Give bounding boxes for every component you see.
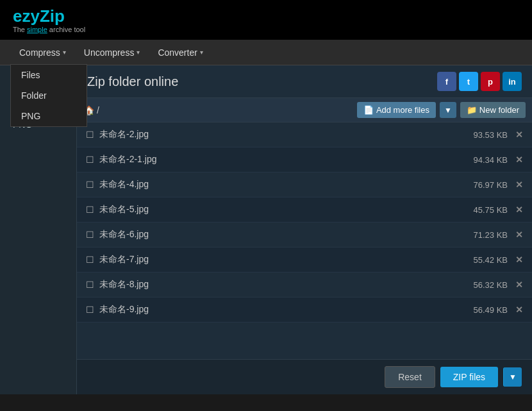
menu-item-png[interactable]: PNG [11, 106, 87, 126]
reset-button[interactable]: Reset [385, 366, 435, 388]
file-label: 未命名-2-1.jpg [99, 154, 156, 165]
file-meta: 93.53 KB ✕ [474, 130, 524, 140]
file-meta: 55.42 KB ✕ [474, 255, 524, 265]
file-icon: ☐ [86, 230, 94, 240]
file-name: ☐ 未命名-2.jpg [86, 129, 149, 140]
table-row: ☐ 未命名-2.jpg 93.53 KB ✕ [77, 122, 532, 147]
file-toolbar: 🏠 / 📄 Add more files ▼ 📁 New folder [77, 98, 532, 122]
remove-file-button[interactable]: ✕ [515, 280, 523, 290]
file-label: 未命名-2.jpg [99, 129, 149, 140]
chevron-down-icon: ▾ [137, 49, 140, 56]
file-size: 71.23 KB [474, 230, 508, 240]
file-icon: ☐ [86, 280, 94, 290]
file-icon: ☐ [86, 180, 94, 190]
add-files-dropdown-button[interactable]: ▼ [440, 102, 456, 118]
file-label: 未命名-6.jpg [99, 229, 149, 240]
logo: ezyZip [13, 8, 85, 24]
file-meta: 56.32 KB ✕ [474, 280, 524, 290]
menu-item-folder[interactable]: Folder [11, 85, 87, 106]
chevron-down-icon: ▾ [63, 49, 66, 56]
tagline: The simple archive tool [13, 26, 85, 33]
remove-file-button[interactable]: ✕ [515, 305, 523, 315]
file-label: 未命名-7.jpg [99, 254, 149, 265]
folder-icon: 📁 [467, 105, 477, 115]
logo-plain: ezy [13, 6, 40, 26]
file-icon: ☐ [86, 155, 94, 165]
menu-item-files[interactable]: Files [11, 65, 87, 85]
file-label: 未命名-5.jpg [99, 204, 149, 215]
remove-file-button[interactable]: ✕ [515, 130, 523, 140]
file-size: 76.97 KB [474, 180, 508, 190]
remove-file-button[interactable]: ✕ [515, 180, 523, 190]
file-icon: ☐ [86, 205, 94, 215]
new-folder-button[interactable]: 📁 New folder [460, 102, 526, 118]
file-name: ☐ 未命名-8.jpg [86, 279, 149, 290]
navbar: Compress ▾ Files Folder PNG Uncompress ▾… [0, 40, 532, 65]
page-title: Zip folder online [87, 74, 178, 89]
file-label: 未命名-8.jpg [99, 279, 149, 290]
social-linkedin-button[interactable]: in [503, 72, 522, 91]
main-panel: Zip folder online f t p in 🏠 / 📄 Add mor… [77, 65, 532, 394]
file-size: 94.34 KB [474, 155, 508, 165]
file-icon: ☐ [86, 130, 94, 140]
zip-files-dropdown-button[interactable]: ▼ [503, 367, 522, 387]
add-more-files-button[interactable]: 📄 Add more files [357, 102, 436, 118]
social-facebook-button[interactable]: f [437, 72, 456, 91]
logo-accent: Zip [40, 6, 65, 26]
page-title-bar: Zip folder online f t p in [77, 65, 532, 98]
table-row: ☐ 未命名-6.jpg 71.23 KB ✕ [77, 222, 532, 247]
nav-compress[interactable]: Compress ▾ [10, 41, 75, 64]
file-size: 56.32 KB [474, 280, 508, 290]
file-name: ☐ 未命名-4.jpg [86, 179, 149, 190]
nav-compress-dropdown[interactable]: Compress ▾ Files Folder PNG [10, 41, 75, 64]
toolbar-buttons: 📄 Add more files ▼ 📁 New folder [357, 102, 526, 118]
remove-file-button[interactable]: ✕ [515, 230, 523, 240]
chevron-down-icon: ▾ [200, 49, 203, 56]
social-icons: f t p in [437, 72, 522, 91]
file-meta: 56.49 KB ✕ [474, 305, 524, 315]
file-size: 56.49 KB [474, 305, 508, 315]
file-label: 未命名-9.jpg [99, 304, 149, 315]
remove-file-button[interactable]: ✕ [515, 255, 523, 265]
file-name: ☐ 未命名-5.jpg [86, 204, 149, 215]
file-name: ☐ 未命名-6.jpg [86, 229, 149, 240]
file-size: 55.42 KB [474, 255, 508, 265]
file-name: ☐ 未命名-9.jpg [86, 304, 149, 315]
path-separator: / [97, 105, 99, 115]
file-list: ☐ 未命名-2.jpg 93.53 KB ✕ ☐ 未命名-2-1.jpg 94.… [77, 122, 532, 359]
social-pinterest-button[interactable]: p [481, 72, 500, 91]
table-row: ☐ 未命名-9.jpg 56.49 KB ✕ [77, 298, 532, 323]
bottom-bar: Reset ZIP files ▼ [77, 359, 532, 394]
file-icon: ☐ [86, 305, 94, 315]
nav-converter[interactable]: Converter ▾ [149, 40, 212, 65]
file-label: 未命名-4.jpg [99, 179, 149, 190]
file-name: ☐ 未命名-7.jpg [86, 254, 149, 265]
file-size: 93.53 KB [474, 130, 508, 140]
table-row: ☐ 未命名-8.jpg 56.32 KB ✕ [77, 273, 532, 298]
file-name: ☐ 未命名-2-1.jpg [86, 154, 156, 165]
social-twitter-button[interactable]: t [459, 72, 478, 91]
header: ezyZip The simple archive tool [0, 0, 532, 40]
table-row: ☐ 未命名-4.jpg 76.97 KB ✕ [77, 172, 532, 197]
table-row: ☐ 未命名-7.jpg 55.42 KB ✕ [77, 247, 532, 273]
zip-files-button[interactable]: ZIP files [440, 367, 498, 387]
remove-file-button[interactable]: ✕ [515, 205, 523, 215]
add-files-icon: 📄 [363, 105, 374, 115]
table-row: ☐ 未命名-2-1.jpg 94.34 KB ✕ [77, 147, 532, 172]
file-meta: 71.23 KB ✕ [474, 230, 524, 240]
file-size: 45.75 KB [474, 205, 508, 215]
table-row: ☐ 未命名-5.jpg 45.75 KB ✕ [77, 197, 532, 222]
file-meta: 45.75 KB ✕ [474, 205, 524, 215]
file-icon: ☐ [86, 255, 94, 265]
file-meta: 94.34 KB ✕ [474, 155, 524, 165]
remove-file-button[interactable]: ✕ [515, 155, 523, 165]
compress-menu: Files Folder PNG [10, 64, 87, 127]
file-meta: 76.97 KB ✕ [474, 180, 524, 190]
nav-uncompress[interactable]: Uncompress ▾ [75, 40, 149, 65]
